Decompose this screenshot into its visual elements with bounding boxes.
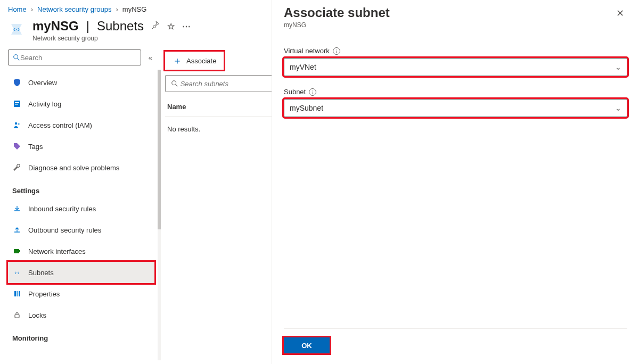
- nav-list: Overview Activity log Access control (IA…: [8, 72, 154, 345]
- nav-subnets[interactable]: ‹·› Subnets: [8, 262, 154, 283]
- plus-icon: ＋: [173, 56, 182, 65]
- svg-point-7: [18, 123, 20, 125]
- svg-rect-14: [15, 315, 19, 318]
- nav-label: Access control (IAM): [28, 121, 92, 129]
- nav-label: Activity log: [28, 100, 61, 108]
- subnet-selected-value: mySubnet: [290, 104, 323, 112]
- svg-point-15: [172, 81, 176, 85]
- people-icon: [12, 120, 22, 130]
- breadcrumb-home[interactable]: Home: [8, 5, 27, 13]
- chevron-down-icon: ⌄: [615, 104, 621, 112]
- svg-rect-4: [15, 102, 19, 103]
- subnet-select[interactable]: mySubnet ⌄: [284, 99, 627, 117]
- panel-title: Associate subnet: [284, 5, 613, 20]
- star-icon[interactable]: ☆: [167, 21, 175, 31]
- svg-rect-11: [14, 291, 16, 296]
- nav-label: Diagnose and solve problems: [28, 164, 119, 172]
- sidebar-search-input[interactable]: [20, 54, 136, 62]
- inbound-icon: [12, 204, 22, 213]
- activity-log-icon: [12, 99, 22, 109]
- wrench-icon: [12, 163, 22, 172]
- nic-icon: [12, 246, 22, 256]
- shield-icon: [12, 78, 22, 87]
- section-name: Subnets: [97, 19, 144, 34]
- vnet-select[interactable]: myVNet ⌄: [284, 58, 627, 76]
- vnet-field-label: Virtual network i: [284, 47, 627, 55]
- nav-access-control[interactable]: Access control (IAM): [8, 114, 154, 136]
- collapse-sidebar-button[interactable]: «: [146, 52, 154, 64]
- more-icon[interactable]: ⋯: [182, 21, 191, 31]
- resource-name: myNSG: [32, 19, 79, 34]
- subnet-field-label: Subnet i: [284, 88, 627, 96]
- breadcrumb-current: myNSG: [122, 5, 147, 13]
- associate-button[interactable]: ＋ Associate: [165, 52, 224, 70]
- nav-diagnose[interactable]: Diagnose and solve problems: [8, 157, 154, 178]
- nav-label: Locks: [28, 311, 46, 319]
- panel-subtitle: myNSG: [284, 21, 613, 29]
- nav-label: Network interfaces: [28, 247, 86, 255]
- subnet-icon: ‹·›: [12, 268, 22, 277]
- svg-rect-13: [19, 291, 20, 296]
- nav-label: Properties: [28, 290, 60, 298]
- svg-line-2: [18, 59, 20, 61]
- tag-icon: [12, 142, 22, 151]
- nav-properties[interactable]: Properties: [8, 283, 154, 304]
- search-icon: [171, 80, 178, 87]
- associate-label: Associate: [186, 57, 216, 65]
- svg-point-1: [14, 55, 18, 59]
- associate-subnet-panel: Associate subnet myNSG ✕ Virtual network…: [272, 0, 639, 364]
- properties-icon: [12, 289, 22, 299]
- sidebar: « Overview Activity log Access control (…: [0, 49, 160, 360]
- svg-rect-12: [17, 291, 18, 296]
- svg-rect-9: [19, 250, 20, 252]
- svg-rect-8: [14, 249, 19, 253]
- nav-section-settings: Settings: [8, 178, 154, 198]
- nav-activity-log[interactable]: Activity log: [8, 93, 154, 114]
- svg-text:‹·›: ‹·›: [14, 270, 19, 276]
- pin-icon[interactable]: [151, 21, 160, 31]
- ok-button[interactable]: OK: [284, 337, 330, 353]
- svg-line-16: [176, 85, 178, 87]
- info-icon[interactable]: i: [309, 88, 316, 96]
- lock-icon: [12, 310, 22, 320]
- info-icon[interactable]: i: [333, 47, 340, 55]
- nav-tags[interactable]: Tags: [8, 136, 154, 157]
- nav-label: Outbound security rules: [28, 226, 101, 234]
- chevron-right-icon: ›: [116, 5, 118, 13]
- close-panel-button[interactable]: ✕: [613, 5, 627, 21]
- nav-inbound-rules[interactable]: Inbound security rules: [8, 198, 154, 219]
- search-icon: [13, 54, 20, 61]
- nav-section-monitoring: Monitoring: [8, 326, 154, 345]
- chevron-right-icon: ›: [31, 5, 33, 13]
- outbound-icon: [12, 225, 22, 235]
- svg-point-6: [15, 122, 17, 125]
- chevron-down-icon: ⌄: [615, 63, 621, 71]
- nav-outbound-rules[interactable]: Outbound security rules: [8, 219, 154, 241]
- nav-label: Tags: [28, 143, 43, 151]
- nav-label: Subnets: [28, 269, 54, 277]
- sidebar-search[interactable]: [8, 49, 141, 65]
- vnet-selected-value: myVNet: [290, 63, 316, 71]
- nav-label: Inbound security rules: [28, 205, 96, 213]
- svg-rect-5: [15, 104, 18, 105]
- nav-label: Overview: [28, 79, 57, 87]
- nav-locks[interactable]: Locks: [8, 304, 154, 326]
- nav-network-interfaces[interactable]: Network interfaces: [8, 241, 154, 262]
- breadcrumb-nsg-list[interactable]: Network security groups: [37, 5, 111, 13]
- close-icon: ✕: [616, 8, 624, 19]
- nsg-resource-icon: ‹·›: [8, 21, 25, 38]
- svg-text:‹·›: ‹·›: [13, 26, 20, 33]
- nav-overview[interactable]: Overview: [8, 72, 154, 93]
